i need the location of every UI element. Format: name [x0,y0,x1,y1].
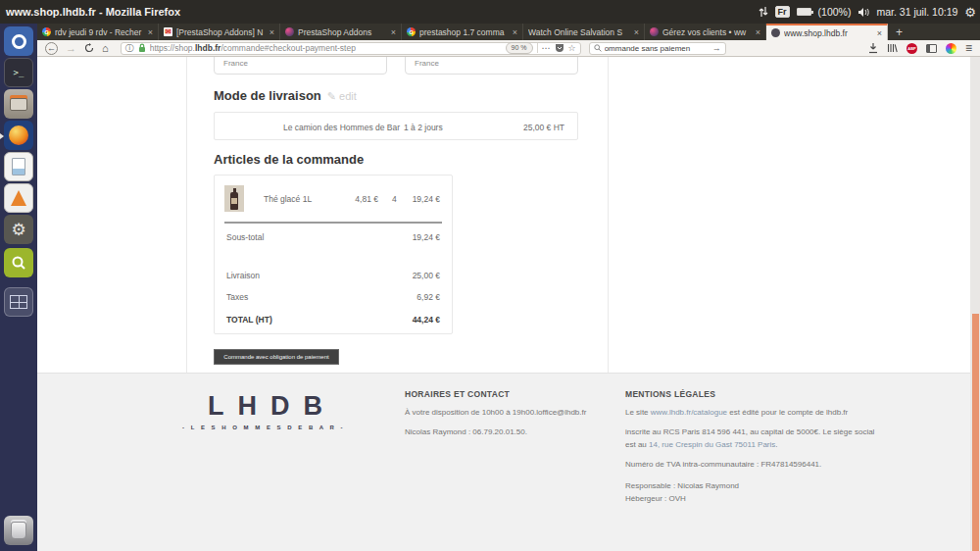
url-bar[interactable]: ⓘ https://shop.lhdb.fr/commande#checkout… [121,42,581,55]
toolbar-icons: ABP ≡ [868,41,980,55]
tab-bar: G rdv jeudi 9 rdv - Recher × ✉ [PrestaSh… [37,24,980,40]
sync-arrows-icon[interactable] [759,6,768,18]
url-text[interactable]: https://shop.lhdb.fr/commande#checkout-p… [150,43,502,53]
screenshot-tool-icon[interactable] [4,248,33,277]
order-items-title: Articles de la commande [214,152,364,167]
firefox-color-icon[interactable] [946,43,956,54]
search-go-icon[interactable]: → [712,44,721,53]
terminal-icon[interactable]: >_ [4,58,33,87]
library-icon[interactable] [887,43,898,53]
address-link[interactable]: 14, rue Crespin du Gast 75011 Paris [649,440,775,449]
edit-shipping-link[interactable]: ✎ edit [327,90,357,102]
battery-icon[interactable] [797,8,811,16]
home-button[interactable]: ⌂ [102,43,109,54]
unity-launcher: >_ ⚙ [0,24,37,551]
close-tab-icon[interactable]: × [270,27,274,37]
tab-shop-lhdb-active[interactable]: www.shop.lhdb.fr × [766,24,888,40]
volume-icon[interactable] [858,7,869,18]
footer-legal-column: MENTIONS LÉGALES Le site www.lhdb.fr/cat… [625,389,878,505]
close-tab-icon[interactable]: × [513,27,517,37]
table-divider [224,222,442,224]
trash-icon[interactable] [4,516,33,545]
legal-host: Hébergeur : OVH [625,493,878,505]
search-icon [594,44,602,52]
keyboard-layout-indicator[interactable]: Fr [775,6,790,18]
system-settings-icon[interactable]: ⚙ [4,215,33,244]
shipping-price: 25,00 € HT [523,123,564,132]
google-favicon: G [42,27,51,36]
product-unit-price: 4,81 € [339,194,378,204]
delivery-address-country-field[interactable]: France [405,57,578,75]
window-title: www.shop.lhdb.fr - Mozilla Firefox [6,6,180,18]
session-gear-icon[interactable]: ⚙ [964,5,976,20]
adblock-plus-icon[interactable]: ABP [906,43,917,54]
close-tab-icon[interactable]: × [877,28,882,38]
close-tab-icon[interactable]: × [756,27,760,37]
forward-button[interactable]: → [66,43,76,54]
page-scrollbar-track[interactable] [970,57,980,551]
order-summary-table: Thé glacé 1L 4,81 € 4 19,24 € Sous-total… [214,175,453,334]
file-manager-icon[interactable] [4,89,33,119]
bookmark-star-icon[interactable]: ☆ [568,44,576,53]
pocket-icon[interactable] [555,43,564,53]
site-footer: LHDB - L E S H O M M E S D E B A R - HOR… [37,373,980,551]
sidebar-toggle-icon[interactable] [926,44,937,53]
page-scrollbar-thumb[interactable] [972,314,979,551]
battery-percent: (100%) [818,6,852,18]
search-input[interactable] [605,44,710,53]
back-button[interactable]: ← [45,42,58,55]
tab-gerez-vos-clients[interactable]: Gérez vos clients • ww × [645,24,766,40]
contact-title: HORAIRES ET CONTACT [405,389,630,399]
reload-button[interactable] [84,43,94,53]
product-name: Thé glacé 1L [264,194,312,204]
shipping-option-row[interactable]: Le camion des Hommes de Bar 1 à 2 jours … [214,112,578,140]
search-bar[interactable]: → [589,42,726,55]
close-tab-icon[interactable]: × [391,27,396,37]
contact-phone: Nicolas Raymond : 06.79.20.01.50. [405,426,630,438]
tab-prestashop-addons[interactable]: PrestaShop Addons × [280,24,402,40]
delivery-delay: 1 à 2 jours [404,123,443,132]
product-quantity: 4 [392,194,397,204]
system-indicators[interactable]: Fr (100%) mar. 31 juil. 10:19 ⚙ [759,0,976,24]
hamburger-menu-icon[interactable]: ≡ [965,41,972,55]
gmail-favicon: ✉ [164,27,172,36]
tab-prestashop-17[interactable]: G prestashop 1.7 comma × [402,24,523,40]
carrier-name: Le camion des Hommes de Bar [283,123,400,132]
page-actions-icon[interactable]: ⋯ [542,44,551,53]
navigation-toolbar: ← → ⌂ ⓘ https://shop.lhdb.fr/commande#ch… [37,40,980,57]
bottle-image [230,192,238,210]
product-thumbnail [224,185,244,212]
workspace-switcher-icon[interactable] [4,287,33,317]
tab-watch-online[interactable]: Watch Online Salvation S × [523,24,645,40]
contact-hours: À votre disposition de 10h00 à 19h00.lof… [405,407,630,419]
checkout-page: France France Mode de livraison✎ edit Le… [37,57,980,551]
place-order-button[interactable]: Commande avec obligation de paiement [214,349,339,365]
footer-contact-column: HORAIRES ET CONTACT À votre disposition … [405,389,630,439]
legal-vat: Numéro de TVA intra-communautaire : FR47… [625,459,878,471]
downloads-icon[interactable] [868,43,878,54]
vlc-icon[interactable] [4,183,33,213]
legal-responsible: Responsable : Nicolas Raymond [625,480,878,492]
clock[interactable]: mar. 31 juil. 10:19 [876,6,957,18]
legal-paragraph-site: Le site www.lhdb.fr/catalogue est édité … [625,407,878,419]
legal-paragraph-rcs: inscrite au RCS Paris 814 596 441, au ca… [625,426,878,451]
prestashop-favicon [285,27,294,36]
page-info-icon[interactable]: ⓘ [125,44,134,53]
zoom-level-indicator[interactable]: 90 % [506,42,533,54]
padlock-icon[interactable] [138,43,146,53]
new-tab-button[interactable]: + [888,24,910,40]
desktop-top-bar: www.shop.lhdb.fr - Mozilla Firefox Fr (1… [0,0,980,24]
product-line-total: 19,24 € [413,194,440,204]
google-favicon: G [407,27,416,36]
tab-prestashop-addons-mail[interactable]: ✉ [PrestaShop Addons] N × [159,24,280,40]
prestashop-favicon [650,27,659,36]
tab-rdv-jeudi[interactable]: G rdv jeudi 9 rdv - Recher × [37,24,159,40]
close-tab-icon[interactable]: × [634,27,639,37]
pencil-icon: ✎ [327,90,336,102]
invoice-address-country-field[interactable]: France [214,57,387,75]
firefox-icon[interactable] [4,121,33,150]
libreoffice-document-icon[interactable] [4,152,33,181]
catalogue-link[interactable]: www.lhdb.fr/catalogue [651,408,727,417]
close-tab-icon[interactable]: × [148,27,153,37]
ubuntu-dash-icon[interactable] [4,26,33,56]
